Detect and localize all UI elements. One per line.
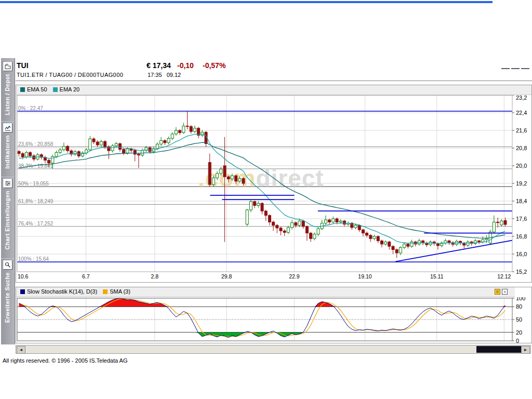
top-accent-bar [0,1,493,3]
dash-icon [501,68,510,69]
quote-time-value: 17:35 [148,72,162,78]
svg-text:29.8: 29.8 [221,273,232,280]
svg-text:23,6% : 20,858: 23,6% : 20,858 [18,141,54,147]
svg-text:50: 50 [516,316,522,323]
sidebar: Listen / Depot Indikatoren Chart Einstel… [1,58,15,344]
stochastic-k-swatch [20,289,25,294]
sma-line [19,299,506,337]
svg-text:17,6: 17,6 [516,216,527,222]
legend-stochastic-k: Slow Stochastik K(14), D(3) [20,288,97,295]
svg-text:20: 20 [516,329,522,336]
sidebar-tab-erweiterte-suche[interactable]: Erweiterte Suche [1,258,15,328]
date-axis: 10.66.72.829.822.919.1015.1112.12 [18,273,511,280]
svg-text:16,0: 16,0 [516,251,527,257]
svg-text:20,0: 20,0 [516,163,527,169]
sidebar-tab-label: Chart Einstellungen [4,191,10,249]
search-icon [3,260,12,270]
header-divider [16,81,532,83]
svg-text:2.8: 2.8 [151,273,159,280]
price-chart-svg: .comdirect0% : 22,4723,6% : 20,85838,2% … [16,95,531,281]
price-chart-legend: EMA 50 EMA 20 [16,85,531,95]
sidebar-tab-indikatoren[interactable]: Indikatoren [1,121,15,177]
svg-text:0: 0 [516,338,519,343]
svg-text:100: 100 [516,297,525,301]
svg-text:21,6: 21,6 [516,127,527,134]
svg-text:76,4% : 17,252: 76,4% : 17,252 [18,221,54,227]
sma-swatch [103,289,108,294]
change-absolute: -0,10 [177,61,194,70]
svg-text:15.11: 15.11 [430,273,444,280]
price-axis: 23,222,421,620,820,019,218,417,616,816,0… [512,95,527,275]
ema20-label: EMA 20 [60,86,80,92]
legend-sma: SMA (3) [103,288,130,295]
candlestick-chart[interactable]: .comdirect0% : 22,4723,6% : 20,85838,2% … [16,95,531,283]
ema20-swatch [53,87,58,92]
chart-settings-icon [3,179,12,188]
svg-text:61,8% : 18,249: 61,8% : 18,249 [18,198,54,204]
price-chart-panel: EMA 50 EMA 20 .comdirect0% : 22,4723,6% … [16,85,532,283]
svg-text:15,2: 15,2 [516,269,527,275]
symbol-identifiers: TUI1.ETR / TUAG00 / DE000TUAG000 [17,72,123,78]
sidebar-tab-chart-einstellungen[interactable]: Chart Einstellungen [1,177,15,259]
svg-text:18,4: 18,4 [516,198,527,204]
stochastic-legend: Slow Stochastik K(14), D(3) SMA (3) × [16,287,515,297]
svg-text:19,2: 19,2 [516,180,527,187]
legend-ema20: EMA 20 [53,86,80,92]
ema50-swatch [20,87,25,92]
stochastic-axis: 1008050200 [512,297,525,343]
horizontal-scrollbar[interactable]: ◄ ► [16,345,531,354]
stochastic-chart[interactable]: 1008050200 [16,297,531,345]
svg-text:80: 80 [516,303,522,310]
change-percent: -0,57% [203,61,225,70]
stochastic-k-label: Slow Stochastik K(14), D(3) [27,288,97,295]
svg-text:100% : 15,64: 100% : 15,64 [18,256,49,262]
indicator-chart-icon [3,123,12,132]
oversold-fill [19,332,506,338]
scroll-right-icon[interactable]: ► [521,346,530,354]
dash-icon [511,68,520,69]
ema50-label: EMA 50 [27,86,47,92]
scrollbar-thumb[interactable] [476,346,522,353]
last-price: € 17,34 [147,61,171,70]
indicator-close-icon[interactable]: × [502,289,508,295]
svg-text:50% : 19,055: 50% : 19,055 [18,181,49,187]
scroll-left-icon[interactable]: ◄ [17,346,25,354]
svg-text:10.6: 10.6 [18,273,29,280]
fibonacci-labels: 0% : 22,4723,6% : 20,85838,2% : 19,86150… [18,105,54,262]
legend-ema50: EMA 50 [20,86,47,92]
svg-text:19.10: 19.10 [358,273,371,280]
dash-icon [521,68,529,69]
sma-label: SMA (3) [110,288,130,295]
overbought-fill [19,298,506,307]
sidebar-tab-label: Indikatoren [4,135,10,169]
svg-text:23,2: 23,2 [516,95,527,101]
indicator-settings-icon[interactable] [495,289,500,295]
sidebar-tab-listen-depot[interactable]: Listen / Depot [1,60,15,122]
svg-text:16,8: 16,8 [516,233,527,240]
stochastic-k-line [19,298,506,337]
svg-text:38,2% : 19,861: 38,2% : 19,861 [18,163,54,169]
svg-text:0% : 22,47: 0% : 22,47 [18,105,43,111]
quote-timestamp: 17:35 09.12 [148,72,181,78]
svg-text:22,4: 22,4 [516,110,527,116]
sidebar-tab-label: Listen / Depot [4,74,10,115]
symbol-name: TUI [17,61,29,70]
sidebar-tab-label: Erweiterte Suche [4,272,10,323]
svg-text:22.9: 22.9 [289,273,300,280]
svg-text:6.7: 6.7 [82,273,90,280]
folder-icon [3,62,12,71]
stochastic-panel: Slow Stochastik K(14), D(3) SMA (3) × 10… [16,287,532,343]
svg-text:12.12: 12.12 [497,273,511,280]
copyright-footer: All rights reserved. © 1996 - 2005 IS.Te… [3,357,127,364]
stochastic-svg: 1008050200 [16,297,531,343]
svg-text:20,8: 20,8 [516,145,527,151]
quote-date-value: 09.12 [167,72,181,78]
window-control-dashes [500,68,531,70]
